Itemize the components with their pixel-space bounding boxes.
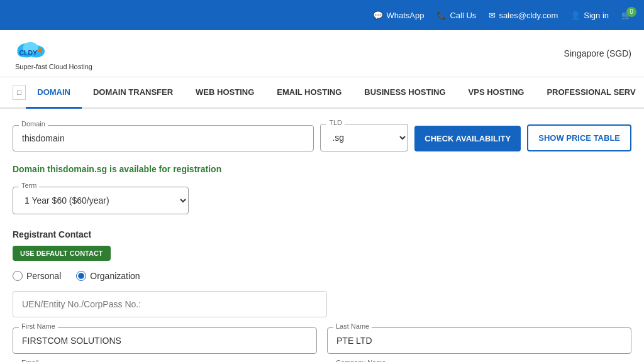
organization-label: Organization bbox=[90, 271, 140, 281]
whatsapp-icon: 💬 bbox=[373, 11, 383, 20]
signin-link[interactable]: 👤 Sign in bbox=[570, 11, 609, 20]
nav-bar: □ DOMAIN DOMAIN TRANSFER WEB HOSTING EMA… bbox=[0, 77, 644, 109]
organization-radio-label[interactable]: Organization bbox=[76, 271, 140, 281]
user-icon: 👤 bbox=[570, 11, 580, 20]
term-select[interactable]: 1 Year $60 ($60/year) 2 Years $120 ($60/… bbox=[13, 187, 189, 214]
check-availability-button[interactable]: CHECK AVAILABILITY bbox=[414, 126, 521, 151]
personal-radio[interactable] bbox=[13, 271, 23, 281]
last-name-field: Last Name bbox=[327, 327, 631, 354]
domain-input[interactable] bbox=[13, 125, 314, 151]
first-name-input[interactable] bbox=[13, 327, 317, 354]
nav-prev-arrow[interactable]: □ bbox=[13, 85, 26, 100]
cart-badge-count: 0 bbox=[626, 7, 636, 17]
contact-type-radio-group: Personal Organization bbox=[13, 271, 631, 281]
region-selector[interactable]: Singapore (SGD) bbox=[564, 48, 631, 58]
logo-icon: CLDY bbox=[13, 36, 50, 62]
use-default-contact-button[interactable]: USE DEFAULT CONTACT bbox=[13, 246, 111, 261]
nav-item-web-hosting[interactable]: WEB HOSTING bbox=[184, 77, 265, 109]
whatsapp-label: WhatsApp bbox=[386, 11, 424, 20]
first-name-label: First Name bbox=[19, 322, 58, 330]
term-group: Term 1 Year $60 ($60/year) 2 Years $120 … bbox=[13, 187, 189, 214]
registrant-section-title: Registrant Contact bbox=[13, 229, 631, 239]
show-price-table-button[interactable]: SHOW PRICE TABLE bbox=[527, 124, 631, 151]
company-name-label: Company Name bbox=[333, 359, 388, 362]
nav-item-business-hosting[interactable]: BUSINESS HOSTING bbox=[353, 77, 457, 109]
email-label: Email bbox=[19, 359, 42, 362]
nav-item-domain-transfer[interactable]: DOMAIN TRANSFER bbox=[82, 77, 184, 109]
uen-input[interactable] bbox=[13, 291, 327, 317]
availability-message: Domain thisdomain.sg is available for re… bbox=[13, 164, 631, 174]
logo-area: CLDY Super-fast Cloud Hosting bbox=[13, 36, 92, 70]
nav-item-email-hosting[interactable]: EMAIL HOSTING bbox=[265, 77, 353, 109]
main-content: Domain TLD .sg .com .net .org CHECK AVAI… bbox=[0, 109, 644, 362]
cart-button[interactable]: 🛒 0 bbox=[621, 11, 631, 20]
email-link[interactable]: ✉ sales@cldy.com bbox=[489, 11, 558, 20]
personal-label: Personal bbox=[26, 271, 61, 281]
name-row: First Name Last Name bbox=[13, 327, 631, 354]
domain-field-group: Domain bbox=[13, 125, 314, 151]
email-icon: ✉ bbox=[489, 11, 496, 20]
nav-item-professional-serv[interactable]: PROFESSIONAL SERV bbox=[535, 77, 644, 109]
top-bar: 💬 WhatsApp 📞 Call Us ✉ sales@cldy.com 👤 … bbox=[0, 0, 644, 30]
call-link[interactable]: 📞 Call Us bbox=[436, 11, 476, 20]
logo-subtitle: Super-fast Cloud Hosting bbox=[15, 63, 92, 70]
svg-text:CLDY: CLDY bbox=[19, 49, 38, 57]
tld-field-group: TLD .sg .com .net .org bbox=[320, 124, 408, 151]
personal-radio-label[interactable]: Personal bbox=[13, 271, 61, 281]
term-label: Term bbox=[19, 182, 39, 189]
call-label: Call Us bbox=[450, 11, 476, 20]
organization-radio[interactable] bbox=[76, 271, 86, 281]
tld-select[interactable]: .sg .com .net .org bbox=[320, 124, 408, 151]
phone-icon: 📞 bbox=[436, 11, 447, 20]
domain-field-label: Domain bbox=[19, 120, 48, 128]
nav-item-vps-hosting[interactable]: VPS HOSTING bbox=[457, 77, 536, 109]
whatsapp-link[interactable]: 💬 WhatsApp bbox=[373, 11, 424, 20]
email-label: sales@cldy.com bbox=[499, 11, 558, 20]
signin-label: Sign in bbox=[584, 11, 609, 20]
nav-item-domain[interactable]: DOMAIN bbox=[26, 77, 82, 109]
logo[interactable]: CLDY bbox=[13, 36, 50, 62]
first-name-field: First Name bbox=[13, 327, 317, 354]
last-name-input[interactable] bbox=[327, 327, 631, 354]
logo-bar: CLDY Super-fast Cloud Hosting Singapore … bbox=[0, 30, 644, 77]
last-name-label: Last Name bbox=[333, 322, 372, 330]
domain-search-row: Domain TLD .sg .com .net .org CHECK AVAI… bbox=[13, 124, 631, 151]
tld-field-label: TLD bbox=[326, 119, 345, 126]
